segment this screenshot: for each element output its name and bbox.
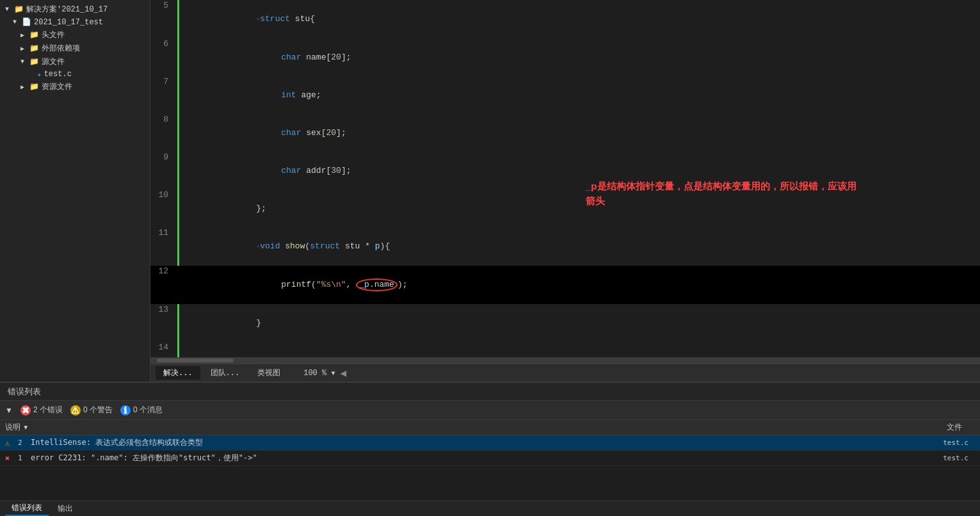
file-icon: ✦ (37, 70, 42, 79)
source-label: 源文件 (42, 56, 65, 67)
tab-error-list[interactable]: 错误列表 (5, 501, 49, 516)
line-number: 11 (150, 227, 176, 266)
gutter (176, 227, 181, 266)
error-list-body[interactable]: ⚠ 2 IntelliSense: 表达式必须包含结构或联合类型 test.c … (0, 435, 980, 501)
gutter (176, 342, 181, 357)
code-container[interactable]: 5 ▫struct stu{ 6 char name[20]; (150, 0, 980, 357)
error-icon-cell: ✖ (5, 454, 18, 463)
chevron-icon: ▶ (20, 31, 27, 39)
horizontal-scrollbar[interactable] (150, 357, 980, 364)
gutter (176, 76, 181, 114)
filter-button[interactable]: ▼ (5, 406, 13, 415)
line-number: 10 (150, 189, 176, 227)
warning-filter[interactable]: ⚠ 0 个警告 (70, 405, 113, 415)
line-number: 6 (150, 38, 176, 76)
table-row: 6 char name[20]; (150, 38, 980, 76)
chevron-icon: ▼ (5, 6, 12, 13)
line-number: 13 (150, 304, 176, 342)
line-number: 7 (150, 76, 176, 114)
error-panel: 错误列表 ▼ ✖ 2 个错误 ⚠ 0 个警告 ℹ 0 个消息 说明 ▼ 文件 (0, 382, 980, 516)
code-line[interactable]: ▫int main(){ (181, 342, 980, 357)
sidebar: ▼ 📁 解决方案'2021_10_17 ▼ 📄 2021_10_17_test … (0, 0, 150, 382)
info-filter[interactable]: ℹ 0 个消息 (120, 405, 163, 415)
error-desc-2: error C2231: ".name": 左操作数指向"struct"，使用"… (31, 453, 898, 464)
chevron-icon: ▶ (20, 83, 27, 91)
table-row: 12 printf("%s\n", _p.name); (150, 266, 980, 304)
project-label: 2021_10_17_test (34, 18, 103, 27)
error-icon: ✖ (5, 454, 10, 463)
sidebar-item-testc[interactable]: ✦ test.c (0, 69, 150, 80)
code-table: 5 ▫struct stu{ 6 char name[20]; (150, 0, 980, 357)
sidebar-item-solution[interactable]: ▼ 📁 解决方案'2021_10_17 (0, 3, 150, 16)
chevron-icon: ▼ (13, 19, 19, 26)
code-line[interactable]: ▫struct stu{ (181, 0, 980, 38)
error-filter[interactable]: ✖ 2 个错误 (20, 405, 63, 415)
line-number: 5 (150, 0, 176, 38)
code-line[interactable]: }; (181, 189, 980, 227)
folder-icon: 📁 (29, 30, 39, 40)
warning-icon: ⚠ (5, 439, 10, 447)
table-row: 10 }; (150, 189, 980, 227)
solution-label: 解决方案'2021_10_17 (26, 4, 108, 15)
error-row-2[interactable]: ✖ 1 error C2231: ".name": 左操作数指向"struct"… (0, 451, 980, 466)
folder-icon: 📁 (29, 57, 39, 67)
col-desc-header[interactable]: 说明 ▼ (5, 422, 898, 433)
col-file-header[interactable]: 文件 (898, 422, 975, 433)
gutter (176, 189, 181, 227)
sort-icon: ▼ (22, 424, 29, 431)
sidebar-item-project[interactable]: ▼ 📄 2021_10_17_test (0, 16, 150, 28)
gutter (176, 38, 181, 76)
error-filter-bar: ▼ ✖ 2 个错误 ⚠ 0 个警告 ℹ 0 个消息 (0, 401, 980, 420)
tab-solution[interactable]: 解决... (156, 366, 200, 380)
tab-output[interactable]: 输出 (51, 502, 79, 515)
error-file-1: test.c (898, 439, 975, 447)
info-badge-icon: ℹ (120, 405, 131, 415)
error-num-1: 2 (18, 439, 31, 447)
table-row: 7 int age; (150, 76, 980, 114)
error-panel-title: 错误列表 (8, 386, 41, 398)
tab-class[interactable]: 类视图 (250, 366, 288, 380)
sidebar-item-source[interactable]: ▼ 📁 源文件 (0, 55, 150, 69)
solution-icon: 📁 (14, 4, 24, 14)
code-line[interactable]: char sex[20]; (181, 114, 980, 152)
scroll-left-icon[interactable]: ◀ (340, 367, 346, 380)
external-label: 外部依赖项 (42, 43, 80, 54)
error-panel-header: 错误列表 (0, 383, 980, 401)
line-number: 12 (150, 266, 176, 304)
table-row: 11 ▫void show(struct stu * p){ (150, 227, 980, 266)
error-badge-icon: ✖ (20, 405, 31, 415)
resources-label: 资源文件 (42, 81, 72, 92)
line-number: 9 (150, 152, 176, 189)
sidebar-tree: ▼ 📁 解决方案'2021_10_17 ▼ 📄 2021_10_17_test … (0, 0, 150, 96)
gutter (176, 152, 181, 189)
sidebar-item-resources[interactable]: ▶ 📁 资源文件 (0, 80, 150, 93)
table-row: 5 ▫struct stu{ (150, 0, 980, 38)
editor-area: 5 ▫struct stu{ 6 char name[20]; (150, 0, 980, 382)
tab-team[interactable]: 团队... (203, 366, 248, 380)
code-line[interactable]: char addr[30]; (181, 152, 980, 189)
dropdown-icon[interactable]: ▼ (331, 370, 335, 377)
line-number: 8 (150, 114, 176, 152)
warning-badge-icon: ⚠ (70, 405, 81, 415)
col-desc-label: 说明 (5, 423, 20, 431)
table-row: 9 char addr[30]; (150, 152, 980, 189)
warning-count: 0 个警告 (83, 405, 113, 415)
error-count: 2 个错误 (33, 405, 63, 415)
error-table-header: 说明 ▼ 文件 (0, 420, 980, 435)
sidebar-item-external[interactable]: ▶ 📁 外部依赖项 (0, 42, 150, 55)
code-line[interactable]: ▫void show(struct stu * p){ (181, 227, 980, 266)
code-line[interactable]: int age; (181, 76, 980, 114)
folder-icon: 📁 (29, 82, 39, 92)
scrollbar-thumb[interactable] (157, 359, 234, 362)
error-row-1[interactable]: ⚠ 2 IntelliSense: 表达式必须包含结构或联合类型 test.c (0, 435, 980, 451)
headers-label: 头文件 (42, 29, 65, 40)
code-line[interactable]: } (181, 304, 980, 342)
sidebar-item-headers[interactable]: ▶ 📁 头文件 (0, 28, 150, 42)
code-line[interactable]: char name[20]; (181, 38, 980, 76)
main-area: ▼ 📁 解决方案'2021_10_17 ▼ 📄 2021_10_17_test … (0, 0, 980, 382)
error-file-2: test.c (898, 454, 975, 462)
filter-icon: ▼ (5, 406, 13, 415)
code-line[interactable]: printf("%s\n", _p.name); (181, 266, 980, 304)
chevron-icon: ▶ (20, 45, 27, 52)
chevron-icon: ▼ (20, 58, 27, 65)
